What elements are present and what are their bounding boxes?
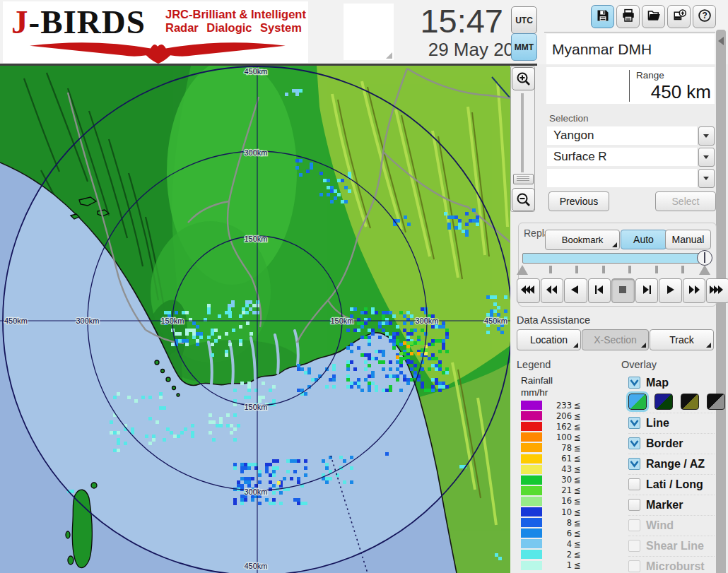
help-button[interactable]: ?	[693, 5, 716, 28]
replay-slider-handle[interactable]	[697, 250, 712, 266]
zoom-out-button[interactable]	[512, 188, 535, 211]
microburst-checkbox	[628, 560, 640, 572]
capture-button[interactable]	[667, 5, 691, 28]
check-icon	[630, 460, 639, 468]
bookmark-button[interactable]: Bookmark	[545, 230, 620, 250]
range-az-checkbox[interactable]	[628, 458, 640, 470]
selection-label: Selection	[549, 113, 589, 124]
range-ring-label: 300km	[76, 317, 99, 325]
legend-operator: ≦	[574, 401, 581, 410]
map-style-gray-swatch[interactable]	[707, 394, 725, 410]
legend-operator: ≦	[574, 485, 581, 495]
overlay-item-label: Line	[646, 417, 669, 430]
collapse-arrow-icon[interactable]	[718, 37, 724, 45]
legend-value: 2	[542, 550, 572, 560]
legend-color-swatch	[521, 550, 542, 559]
add-image-icon	[672, 8, 686, 25]
jump-start-button[interactable]	[517, 278, 540, 303]
slider-end-marker[interactable]	[699, 265, 710, 275]
map-style-olive-swatch[interactable]	[681, 394, 699, 410]
zoom-in-button[interactable]	[512, 67, 535, 90]
overlay-row-marker: Marker	[628, 495, 715, 514]
overlay-row-range-az: Range / AZ	[628, 454, 715, 473]
legend-title: Rainfall mm/hr	[521, 374, 553, 398]
legend-value: 100	[542, 432, 572, 442]
marker-checkbox[interactable]	[628, 499, 640, 511]
station-name: Myanmar DMH	[552, 34, 715, 64]
legend-operator: ≦	[574, 550, 581, 560]
zoom-slider-handle[interactable]	[513, 174, 534, 184]
brand-tagline: JRC-Brilliant & Intelligent Radar Dialog…	[165, 8, 306, 35]
data-assistance-label: Data Assistance	[517, 314, 590, 326]
step-forward-button[interactable]	[635, 278, 659, 303]
zoom-slider-track[interactable]	[521, 93, 524, 172]
option-dropdown-arrow-icon[interactable]	[698, 169, 715, 188]
legend-color-swatch	[521, 443, 542, 452]
jbirds-window: J-BIRDS JRC-Brilliant & Intelligent Rada…	[0, 0, 728, 573]
legend-row: 43≦	[521, 464, 585, 475]
lati-long-checkbox[interactable]	[628, 478, 640, 490]
legend-color-swatch	[521, 561, 542, 570]
legend-color-swatch	[521, 401, 542, 410]
legend-value: 61	[542, 454, 572, 463]
radar-map[interactable]: 450km300km150km150km300km450km450km300km…	[0, 66, 510, 573]
location-button[interactable]: Location	[517, 329, 581, 350]
check-icon	[630, 419, 639, 427]
jump-end-button[interactable]	[706, 278, 728, 303]
previous-button[interactable]: Previous	[548, 191, 609, 211]
timezone-utc-button[interactable]: UTC	[511, 6, 537, 34]
range-value: 450 km	[622, 81, 711, 103]
save-button[interactable]	[591, 5, 614, 28]
folder-icon	[647, 8, 661, 25]
overlay-label: Overlay	[621, 359, 657, 370]
line-checkbox[interactable]	[628, 417, 640, 429]
legend-row: 162≦	[521, 421, 585, 432]
product-dropdown-arrow-icon[interactable]	[698, 148, 715, 167]
play-icon	[662, 285, 679, 297]
replay-slider-track[interactable]	[522, 253, 711, 264]
fast-rewind-button[interactable]	[541, 278, 564, 303]
check-icon	[630, 379, 639, 386]
slider-tick	[655, 266, 658, 273]
open-button[interactable]	[642, 5, 665, 28]
legend-value: 43	[542, 464, 572, 474]
map-checkbox[interactable]	[628, 377, 640, 389]
stop-button[interactable]	[611, 278, 635, 303]
map-style-night-swatch[interactable]	[654, 394, 673, 410]
play-reverse-button[interactable]	[564, 278, 587, 303]
overlay-item-label: Wind	[646, 519, 674, 532]
overlay-item-label: Lati / Long	[646, 478, 703, 491]
print-button[interactable]	[616, 5, 640, 28]
slider-tick	[628, 266, 631, 273]
slider-tick	[681, 266, 684, 273]
app-logo: J-BIRDS JRC-Brilliant & Intelligent Rada…	[3, 1, 308, 63]
clock-time: 15:47	[393, 1, 503, 38]
legend-color-swatch	[521, 518, 542, 527]
manual-button[interactable]: Manual	[665, 230, 711, 249]
site-dropdown[interactable]: Yangon	[547, 126, 697, 145]
legend-color-swatch	[521, 539, 542, 548]
range-ring-label: 150km	[244, 403, 267, 411]
jump-start-icon	[519, 285, 536, 297]
select-button[interactable]: Select	[655, 191, 716, 211]
auto-button[interactable]: Auto	[621, 230, 667, 249]
track-button[interactable]: Track	[650, 329, 714, 350]
play-button[interactable]	[659, 278, 682, 303]
site-dropdown-arrow-icon[interactable]	[698, 126, 715, 146]
step-back-button[interactable]	[588, 278, 611, 303]
border-checkbox[interactable]	[628, 437, 640, 449]
legend-row: 16≦	[521, 496, 585, 507]
panel-divider	[544, 32, 715, 33]
overlay-item-label: Map	[646, 377, 669, 389]
fast-rewind-icon	[544, 285, 560, 297]
x-section-button[interactable]: X-Section	[582, 329, 649, 350]
overlay-item-label: Microburst	[646, 560, 705, 573]
map-style-day-swatch[interactable]	[628, 394, 647, 410]
range-ring-label: 450km	[244, 67, 267, 76]
timezone-mmt-button[interactable]: MMT	[511, 33, 537, 61]
slider-start-marker[interactable]	[517, 265, 528, 275]
fast-forward-button[interactable]	[683, 278, 706, 303]
option-dropdown[interactable]	[547, 169, 697, 187]
slider-tick	[575, 266, 578, 273]
product-dropdown[interactable]: Surface R	[547, 148, 697, 166]
